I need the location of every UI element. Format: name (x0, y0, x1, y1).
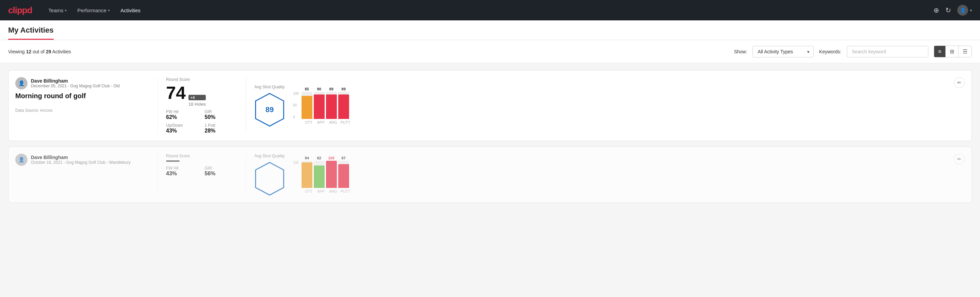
card-edit: ✏ (950, 77, 965, 134)
bar-chart: 100 50 0 85 90 (293, 87, 942, 125)
bar-app: 90 (314, 87, 325, 119)
bar-ott: 85 (302, 87, 312, 119)
nav-teams[interactable]: Teams ▾ (49, 8, 67, 13)
bar-app: 82 (314, 156, 325, 188)
hex-score: 89 (266, 105, 274, 114)
filter-bar: Viewing 12 out of 29 Activities Show: Al… (0, 40, 980, 63)
user-info: Dave Billingham December 05, 2021 - Gog … (31, 78, 119, 88)
activity-type-select-wrapper[interactable]: All Activity Types (752, 46, 814, 57)
bar-app-fill (314, 166, 325, 188)
bar-putt-fill (338, 164, 349, 188)
round-score-row: 74 +4 18 Holes (166, 84, 238, 107)
activities-content: 👤 Dave Billingham December 05, 2021 - Go… (0, 63, 980, 215)
user-account-button[interactable]: 👤 ▾ (957, 5, 972, 16)
y-label-50: 50 (293, 103, 299, 107)
card-left: 👤 Dave Billingham October 16, 2021 - Gog… (15, 153, 158, 196)
user-info: Dave Billingham October 16, 2021 - Gog M… (31, 155, 131, 165)
teams-chevron-icon: ▾ (65, 8, 67, 12)
user-row: 👤 Dave Billingham October 16, 2021 - Gog… (15, 153, 150, 166)
list-compact-view-button[interactable]: ≡ (934, 46, 946, 57)
oneputt-stat: 1 Putt 28% (205, 123, 238, 134)
refresh-icon[interactable]: ↻ (945, 6, 951, 14)
stats-grid: FW Hit 62% GIR 50% Up/Down 43% 1 Putt 28… (166, 109, 238, 134)
shot-quality-left: Avg Shot Quality (255, 153, 285, 196)
bar-ott-fill (302, 163, 312, 188)
score-placeholder (166, 160, 180, 162)
bar-ott-outer (302, 161, 312, 188)
bar-putt-value: 87 (342, 156, 346, 160)
edit-button[interactable]: ✏ (954, 153, 965, 164)
bar-arg-value: 106 (328, 156, 334, 160)
x-label-app: APP (315, 189, 326, 193)
gir-stat: GIR 50% (205, 109, 238, 120)
score-diff-badge: +4 (188, 95, 206, 100)
avatar: 👤 (957, 5, 968, 16)
hexagon-container: 89 (255, 93, 285, 127)
avatar: 👤 (15, 77, 27, 89)
activity-card: 👤 Dave Billingham December 05, 2021 - Go… (8, 70, 972, 141)
bar-arg-fill (326, 161, 337, 188)
y-axis: 100 (293, 161, 299, 188)
bar-ott: 94 (302, 156, 312, 188)
bar-arg: 106 (326, 156, 337, 188)
user-date: October 16, 2021 - Gog Magog Golf Club -… (31, 160, 131, 165)
data-source: Data Source: Arccos (15, 108, 150, 113)
edit-button[interactable]: ✏ (954, 77, 965, 88)
y-label-100: 100 (293, 161, 299, 164)
activity-type-select[interactable]: All Activity Types (752, 46, 814, 57)
logo[interactable]: clippd (8, 5, 32, 16)
x-label-putt: PUTT (340, 189, 351, 193)
list-view-button[interactable]: ☰ (959, 46, 972, 57)
card-edit: ✏ (950, 153, 965, 196)
shot-quality-left: Avg Shot Quality 89 (255, 85, 285, 127)
bar-app-outer (314, 92, 325, 119)
search-input[interactable] (847, 46, 928, 57)
x-label-putt: PUTT (340, 120, 351, 125)
round-score-label: Round Score (166, 153, 238, 158)
bar-chart-area: 100 50 0 85 90 (293, 87, 942, 119)
bar-chart: 100 94 82 (293, 156, 942, 193)
activity-title: Morning round of golf (15, 92, 150, 100)
stats-grid: FW Hit 43% GIR 56% (166, 166, 238, 177)
nav-activities[interactable]: Activities (121, 8, 141, 13)
y-label-100: 100 (293, 92, 299, 96)
shot-quality-title: Avg Shot Quality (255, 85, 285, 89)
hexagon-container (255, 162, 285, 196)
bar-arg-outer (326, 92, 337, 119)
page-title: My Activities (8, 26, 54, 40)
bar-arg-outer (326, 161, 337, 188)
bar-ott-value: 85 (305, 87, 309, 91)
x-label-ott: OTT (303, 189, 314, 193)
add-circle-icon[interactable]: ⊕ (934, 6, 939, 14)
activity-card: 👤 Dave Billingham October 16, 2021 - Gog… (8, 147, 972, 203)
bar-arg: 89 (326, 87, 337, 119)
card-stats: Round Score FW Hit 43% GIR 56% (158, 153, 246, 196)
updown-stat: Up/Down 43% (166, 123, 199, 134)
grid-view-button[interactable]: ⊞ (946, 46, 959, 57)
account-chevron-icon: ▾ (970, 8, 972, 12)
x-label-arg: ARG (328, 189, 339, 193)
bar-app-value: 90 (317, 87, 321, 91)
bar-app-outer (314, 161, 325, 188)
nav-performance[interactable]: Performance ▾ (78, 8, 110, 13)
header-icons: ⊕ ↻ 👤 ▾ (934, 5, 972, 16)
keywords-label: Keywords: (819, 49, 841, 54)
bar-putt-outer (338, 92, 349, 119)
bar-ott-outer (302, 92, 312, 119)
user-name: Dave Billingham (31, 78, 119, 84)
x-axis-labels: OTT APP ARG PUTT (303, 189, 942, 193)
bar-arg-value: 89 (329, 87, 334, 91)
page-title-bar: My Activities (0, 21, 980, 40)
fw-hit-stat: FW Hit 62% (166, 109, 199, 120)
y-axis: 100 50 0 (293, 92, 299, 119)
bar-app-value: 82 (317, 156, 321, 160)
bar-putt-value: 89 (342, 87, 346, 91)
avatar: 👤 (15, 153, 27, 166)
card-shot-quality: Avg Shot Quality 89 100 50 0 (246, 77, 950, 134)
performance-chevron-icon: ▾ (108, 8, 110, 12)
user-name: Dave Billingham (31, 155, 131, 160)
bar-putt: 89 (338, 87, 349, 119)
round-score-label: Round Score (166, 77, 238, 82)
bar-arg-fill (326, 94, 337, 118)
shot-quality-title: Avg Shot Quality (255, 153, 285, 158)
